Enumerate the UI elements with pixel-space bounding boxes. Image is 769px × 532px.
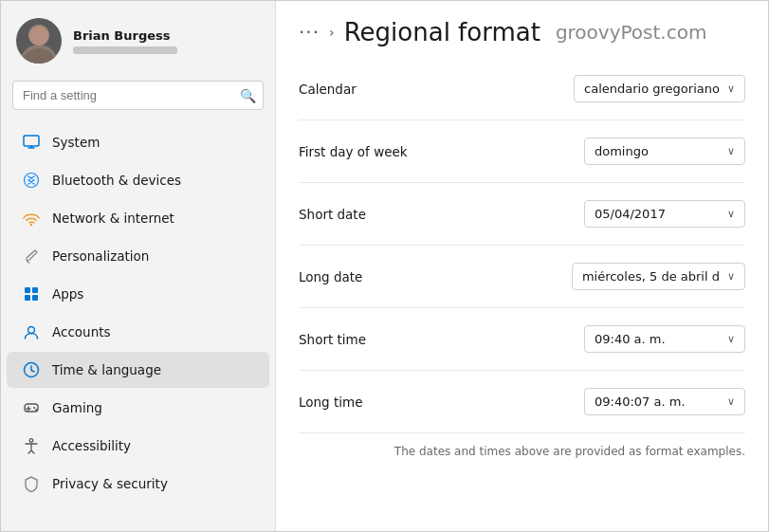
long-time-label: Long time [299,394,362,410]
chevron-down-icon: ∨ [727,395,735,408]
sidebar-item-gaming[interactable]: Gaming [7,390,269,426]
apps-icon [22,284,41,303]
chevron-down-icon: ∨ [727,208,735,220]
chevron-down-icon: ∨ [727,333,735,345]
svg-point-3 [29,27,48,46]
long-time-dropdown[interactable]: 09:40:07 a. m. ∨ [584,388,745,415]
svg-point-15 [33,407,35,409]
nav-items: System Bluetooth & devices Network & int… [1,119,275,506]
first-day-label: First day of week [299,144,408,159]
sidebar-item-apps[interactable]: Apps [7,276,269,312]
svg-point-17 [29,439,33,443]
footnote: The dates and times above are provided a… [299,433,745,464]
search-icon[interactable]: 🔍 [240,88,256,103]
calendar-row: Calendar calendario gregoriano ∨ [299,58,745,120]
sidebar-item-accessibility[interactable]: Accessibility [7,428,269,464]
sidebar-label-apps: Apps [52,286,83,302]
network-icon [22,209,41,228]
svg-rect-11 [32,295,38,301]
user-profile: Brian Burgess [1,1,275,75]
short-time-value: 09:40 a. m. [595,332,666,346]
svg-rect-5 [24,136,39,146]
calendar-control[interactable]: calendario gregoriano ∨ [574,75,745,102]
first-day-control[interactable]: domingo ∨ [584,138,745,165]
sidebar-item-time-language[interactable]: Time & language [7,352,269,388]
clock-icon [22,360,41,379]
sidebar-item-privacy-security[interactable]: Privacy & security [7,466,269,502]
calendar-value: calendario gregoriano [584,82,720,96]
search-input[interactable] [12,81,264,110]
short-date-row: Short date 05/04/2017 ∨ [299,183,745,246]
brush-icon [22,247,41,266]
sidebar-label-network: Network & internet [52,211,174,226]
gaming-icon [22,398,41,417]
sidebar-item-network[interactable]: Network & internet [7,200,269,236]
short-date-label: Short date [299,207,366,222]
long-time-control[interactable]: 09:40:07 a. m. ∨ [584,388,745,415]
calendar-dropdown[interactable]: calendario gregoriano ∨ [574,75,745,102]
svg-rect-8 [25,287,30,293]
short-date-dropdown[interactable]: 05/04/2017 ∨ [584,200,745,228]
brand-label: groovyPost.com [556,21,707,44]
search-box[interactable]: 🔍 [12,81,264,110]
svg-point-12 [28,327,35,334]
sidebar-label-time-language: Time & language [52,362,161,377]
calendar-label: Calendar [299,82,357,97]
long-date-control[interactable]: miércoles, 5 de abril d ∨ [572,263,745,290]
sidebar-label-bluetooth: Bluetooth & devices [52,173,181,188]
sidebar-item-personalization[interactable]: Personalization [7,238,269,274]
settings-content: Calendar calendario gregoriano ∨ First d… [276,58,768,531]
chevron-down-icon: ∨ [727,83,735,95]
first-day-dropdown[interactable]: domingo ∨ [584,138,745,165]
sidebar-item-system[interactable]: System [7,124,269,160]
sidebar-label-personalization: Personalization [52,248,149,264]
chevron-down-icon: ∨ [727,145,735,157]
bluetooth-icon [22,171,41,190]
short-time-label: Short time [299,332,366,347]
sidebar: Brian Burgess 🔍 System [1,1,276,531]
short-date-value: 05/04/2017 [595,207,666,221]
long-time-row: Long time 09:40:07 a. m. ∨ [299,371,745,433]
shield-icon [22,474,41,493]
avatar [16,18,62,64]
svg-point-6 [25,174,39,188]
accessibility-icon [22,436,41,455]
breadcrumb-chevron: › [329,25,335,40]
monitor-icon [22,133,41,152]
sidebar-item-accounts[interactable]: Accounts [7,314,269,350]
short-time-dropdown[interactable]: 09:40 a. m. ∨ [584,325,745,353]
long-date-dropdown[interactable]: miércoles, 5 de abril d ∨ [572,263,745,290]
long-date-label: Long date [299,269,362,284]
user-name: Brian Burgess [73,28,177,43]
user-bar [73,46,177,54]
sidebar-item-bluetooth[interactable]: Bluetooth & devices [7,162,269,198]
main-content: ··· › Regional format groovyPost.com Cal… [276,1,768,531]
long-date-row: Long date miércoles, 5 de abril d ∨ [299,246,745,308]
user-info: Brian Burgess [73,28,177,54]
sidebar-label-privacy-security: Privacy & security [52,476,168,491]
sidebar-label-accessibility: Accessibility [52,438,131,453]
header: ··· › Regional format groovyPost.com [276,1,768,58]
sidebar-label-accounts: Accounts [52,324,111,339]
chevron-down-icon: ∨ [727,270,735,283]
header-dots[interactable]: ··· [299,21,320,44]
long-date-value: miércoles, 5 de abril d [582,269,720,284]
accounts-icon [22,322,41,341]
short-date-control[interactable]: 05/04/2017 ∨ [584,200,745,228]
page-title: Regional format [344,18,540,46]
short-time-row: Short time 09:40 a. m. ∨ [299,308,745,371]
svg-rect-9 [32,287,38,293]
long-time-value: 09:40:07 a. m. [595,394,686,409]
first-day-value: domingo [595,144,649,158]
svg-rect-10 [25,295,30,301]
sidebar-label-system: System [52,135,100,150]
first-day-row: First day of week domingo ∨ [299,120,745,183]
svg-point-7 [30,224,32,226]
short-time-control[interactable]: 09:40 a. m. ∨ [584,325,745,353]
sidebar-label-gaming: Gaming [52,400,102,415]
svg-point-16 [35,409,37,411]
